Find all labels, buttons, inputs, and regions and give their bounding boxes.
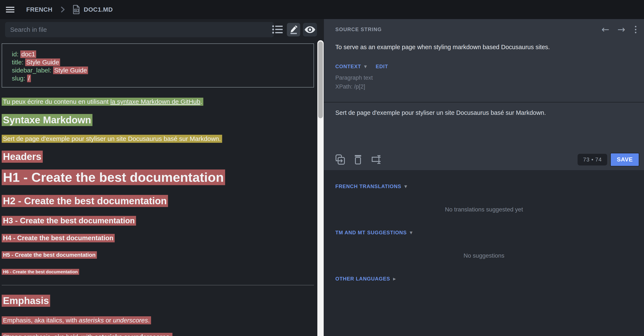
frontmatter-line: id: doc1	[12, 50, 314, 58]
next-string-button[interactable]: →	[617, 25, 625, 34]
context-xpath: XPath: /p[2]	[335, 83, 365, 90]
heading-h2: H2 - Create the best documentation	[2, 195, 317, 207]
delete-translation-icon[interactable]	[354, 154, 362, 165]
translations-empty-message: No translations suggested yet	[324, 206, 644, 213]
source-string[interactable]: H1 - Create the best documentation	[2, 170, 225, 185]
suggestions-empty-message: No suggestions	[324, 252, 644, 259]
string-list-button[interactable]	[271, 23, 284, 37]
preview-mode-button[interactable]	[303, 23, 317, 37]
source-string-header: SOURCE STRING ← →	[335, 25, 638, 34]
edit-mode-button[interactable]	[287, 23, 300, 37]
paragraph-intro: Tu peux écrire du contenu en utilisant l…	[2, 97, 317, 107]
paragraph-selected: Sert de page d'exemple pour styliser un …	[2, 134, 317, 144]
translation-section: Sert de page d'exemple pour styliser un …	[324, 103, 644, 170]
paragraph-emphasis: Emphasis, aka italics, with asterisks or…	[2, 315, 317, 325]
eye-icon	[305, 26, 315, 33]
source-string[interactable]: Headers	[2, 151, 43, 163]
heading-h5: H5 - Create the best documentation	[2, 251, 317, 258]
heading-h6: H6 - Create the best documentation	[2, 269, 317, 275]
source-string[interactable]: H4 - Create the best documentation	[2, 234, 115, 242]
chevron-right-icon	[60, 6, 66, 13]
heading-h3: H3 - Create the best documentation	[2, 216, 317, 226]
source-string[interactable]: /	[27, 75, 31, 82]
other-languages-toggle[interactable]: OTHER LANGUAGES	[335, 276, 390, 282]
chevron-down-icon: ▼	[410, 231, 412, 235]
vertical-scrollbar[interactable]	[317, 40, 324, 336]
character-counter: 73 • 74	[578, 154, 607, 165]
edit-context-button[interactable]: EDIT	[376, 64, 388, 70]
source-string[interactable]: Emphasis, aka italics, with asterisks or…	[2, 316, 151, 324]
translation-panel: SOURCE STRING ← → To serve as an example…	[324, 0, 644, 336]
paragraph-strong: Strong emphasis, aka bold, with asterisk…	[2, 332, 317, 336]
heading-headers: Headers	[2, 150, 317, 163]
source-string[interactable]: Tu peux écrire du contenu en utilisant l…	[2, 98, 203, 106]
translation-input[interactable]: Sert de page d'exemple pour styliser un …	[335, 108, 636, 117]
source-string[interactable]: H3 - Create the best documentation	[2, 216, 136, 226]
translation-toolbar: 73 • 74 SAVE	[335, 152, 639, 167]
scrollbar-thumb[interactable]	[318, 42, 323, 118]
source-string[interactable]: doc1	[20, 50, 36, 58]
heading-syntax: Syntaxe Markdown	[2, 114, 317, 126]
more-options-icon[interactable]	[633, 25, 638, 34]
source-string[interactable]: Syntaxe Markdown	[2, 114, 92, 126]
document-panel: id: doc1 title: Style Guide sidebar_labe…	[0, 19, 324, 336]
source-string-text: To serve as an example page when styling…	[335, 43, 636, 51]
breadcrumb-file[interactable]: M↓ DOC1.MD	[73, 5, 113, 14]
horizontal-rule	[2, 285, 314, 285]
source-string[interactable]: Style Guide	[25, 59, 60, 66]
breadcrumb-project[interactable]: FRENCH	[26, 6, 52, 13]
suggestions-area: FRENCH TRANSLATIONS ▼ No translations su…	[324, 170, 644, 336]
frontmatter-block[interactable]: id: doc1 title: Style Guide sidebar_labe…	[2, 43, 314, 87]
save-button[interactable]: SAVE	[610, 153, 639, 166]
panel-top-strip	[324, 0, 644, 19]
chevron-down-icon: ▼	[364, 64, 367, 69]
heading-emphasis: Emphasis	[2, 294, 317, 307]
menu-icon[interactable]	[6, 6, 14, 14]
frontmatter-line: title: Style Guide	[12, 58, 314, 66]
previous-string-button[interactable]: ←	[602, 25, 609, 34]
pencil-icon	[290, 26, 298, 34]
frontmatter-line: slug: /	[12, 74, 314, 82]
copy-source-icon[interactable]	[335, 154, 345, 165]
document-preview: id: doc1 title: Style Guide sidebar_labe…	[0, 40, 317, 336]
source-string-selected[interactable]: Sert de page d'exemple pour styliser un …	[2, 135, 222, 143]
source-string-section: SOURCE STRING ← → To serve as an example…	[324, 19, 644, 102]
tm-mt-suggestions-section: TM AND MT SUGGESTIONS ▼	[335, 230, 412, 236]
source-string[interactable]: H2 - Create the best documentation	[2, 195, 168, 207]
link-text: la syntaxe Markdown de GitHub	[110, 98, 200, 105]
source-string[interactable]: Strong emphasis, aka bold, with asterisk…	[2, 333, 172, 336]
file-name: DOC1.MD	[84, 6, 113, 13]
svg-text:M↓: M↓	[75, 9, 78, 12]
chevron-down-icon: ▼	[404, 184, 407, 189]
context-row: CONTEXT ▼ EDIT	[335, 64, 388, 70]
select-text-icon[interactable]	[371, 154, 382, 165]
search-toolbar	[0, 19, 324, 40]
french-translations-toggle[interactable]: FRENCH TRANSLATIONS	[335, 184, 401, 189]
tm-mt-suggestions-toggle[interactable]: TM AND MT SUGGESTIONS	[335, 230, 407, 236]
french-translations-section: FRENCH TRANSLATIONS ▼	[335, 184, 407, 189]
source-string[interactable]: H6 - Create the best documentation	[2, 269, 79, 275]
context-type: Paragraph text	[335, 75, 373, 81]
source-string-label: SOURCE STRING	[335, 27, 382, 32]
heading-h4: H4 - Create the best documentation	[2, 234, 317, 242]
frontmatter-line: sidebar_label: Style Guide	[12, 66, 314, 74]
source-string[interactable]: H5 - Create the best documentation	[2, 251, 97, 259]
search-input[interactable]	[5, 22, 274, 37]
other-languages-section: OTHER LANGUAGES ▶	[335, 276, 396, 282]
source-string[interactable]: Style Guide	[53, 67, 88, 74]
context-toggle[interactable]: CONTEXT	[335, 64, 361, 70]
heading-h1: H1 - Create the best documentation	[2, 169, 317, 185]
markdown-file-icon: M↓	[73, 5, 80, 14]
source-string[interactable]: Emphasis	[2, 295, 50, 307]
chevron-right-icon: ▶	[393, 277, 396, 281]
